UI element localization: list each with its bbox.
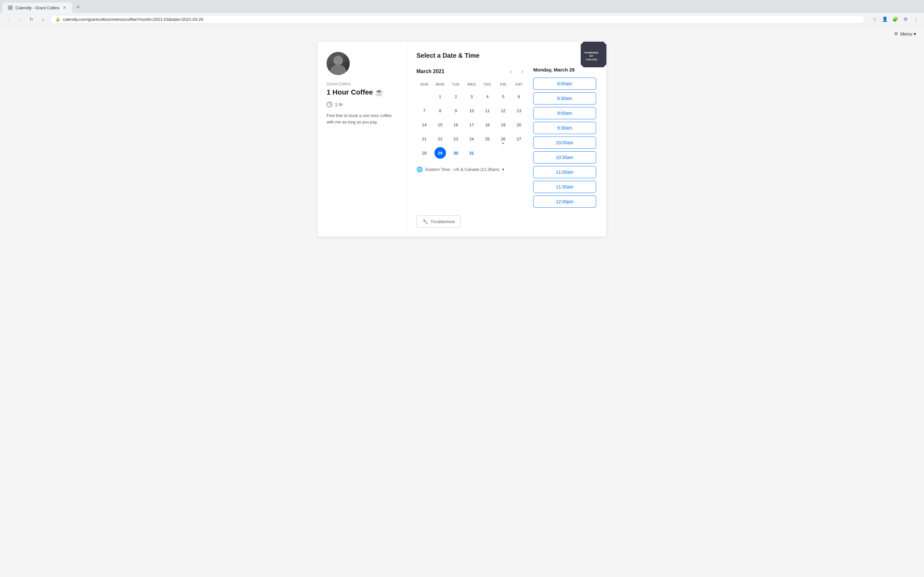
troubleshoot-label: Troubleshoot	[431, 219, 455, 224]
svg-rect-0	[8, 6, 12, 10]
day-header-mon: MON	[432, 82, 448, 89]
calendar-header: March 2021 ‹ ›	[417, 67, 527, 76]
tab-bar: Calendly - Grant Collins ✕ +	[0, 0, 924, 13]
time-date-label: Monday, March 29	[533, 67, 598, 73]
day-cell[interactable]: 10	[466, 105, 477, 116]
day-header-tue: TUE	[448, 82, 464, 89]
day-cell[interactable]: 16	[450, 119, 462, 131]
time-slot[interactable]: 10:30am	[533, 151, 596, 163]
url-text: calendly.com/grantcollins/onehourcoffee?…	[63, 17, 859, 22]
bookmark-button[interactable]: ☆	[870, 15, 879, 24]
day-cell[interactable]: 29	[435, 147, 446, 159]
tab-title: Calendly - Grant Collins	[15, 5, 59, 10]
avatar	[326, 52, 350, 75]
active-tab[interactable]: Calendly - Grant Collins ✕	[3, 3, 72, 13]
day-cell[interactable]: 24	[466, 133, 477, 145]
day-cell[interactable]: 7	[419, 105, 430, 116]
time-slot[interactable]: 11:30am	[533, 181, 596, 193]
day-header-wed: WED	[464, 82, 479, 89]
day-cell[interactable]: 2	[450, 91, 462, 102]
day-cell[interactable]: 6	[513, 91, 525, 102]
address-bar: ‹ › ↻ ⌂ 🔒 calendly.com/grantcollins/oneh…	[0, 13, 924, 26]
home-button[interactable]: ⌂	[39, 15, 47, 24]
day-cell[interactable]: 17	[466, 119, 477, 131]
forward-button[interactable]: ›	[15, 15, 24, 24]
troubleshoot-button[interactable]: 🔧 Troubleshoot	[417, 215, 461, 227]
prev-month-button[interactable]: ‹	[506, 67, 515, 76]
day-cell[interactable]: 11	[481, 105, 493, 116]
duration-row: 1 hr	[326, 102, 398, 107]
day-cell[interactable]: 18	[481, 119, 493, 131]
day-cell[interactable]: 27	[513, 133, 525, 145]
day-cell[interactable]: 25	[481, 133, 493, 145]
day-header-fri: FRI	[495, 82, 511, 89]
day-cell[interactable]: 9	[450, 105, 462, 116]
tab-favicon	[8, 5, 13, 10]
select-datetime-title: Select a Date & Time	[417, 52, 598, 59]
time-slot[interactable]: 10:00am	[533, 137, 596, 149]
new-tab-button[interactable]: +	[73, 3, 82, 11]
calendly-badge: POWEREDBYCalendly	[581, 42, 606, 67]
profile-icon[interactable]: 👤	[880, 15, 889, 24]
day-cell[interactable]: 13	[513, 105, 525, 116]
hamburger-icon: ≡	[895, 31, 898, 37]
day-cell[interactable]: 20	[513, 119, 525, 131]
calendly-badge-inner: POWEREDBYCalendly	[581, 42, 606, 67]
day-cell[interactable]: 19	[497, 119, 509, 131]
calendly-badge-text: POWEREDBYCalendly	[585, 52, 598, 61]
top-menu: ≡ Menu ▾	[0, 26, 924, 42]
day-cell[interactable]: 15	[435, 119, 446, 131]
browser-chrome: Calendly - Grant Collins ✕ + ‹ › ↻ ⌂ 🔒 c…	[0, 0, 924, 26]
day-cell[interactable]: 1	[435, 91, 446, 102]
day-cell[interactable]: 30	[450, 147, 462, 159]
description: Feel free to book a one hour coffee with…	[326, 113, 398, 125]
time-slot[interactable]: 9:30am	[533, 122, 596, 134]
right-panel: Select a Date & Time March 2021 ‹ › SUN	[407, 42, 606, 237]
calendar-time-row: March 2021 ‹ › SUN MON TUE WED	[417, 67, 598, 208]
time-section: Monday, March 29 8:00am8:30am9:00am9:30a…	[533, 67, 598, 208]
time-slot[interactable]: 8:30am	[533, 92, 596, 105]
time-slot[interactable]: 8:00am	[533, 77, 596, 90]
time-slot[interactable]: 9:00am	[533, 107, 596, 119]
time-slot[interactable]: 12:00pm	[533, 195, 596, 208]
day-cell[interactable]: 4	[481, 91, 493, 102]
day-cell[interactable]: 3	[466, 91, 477, 102]
left-panel: Grant Collins 1 Hour Coffee ☕ 1 hr Feel …	[318, 42, 407, 237]
duration-text: 1 hr	[335, 102, 342, 107]
extensions-icon[interactable]: ⚙	[901, 15, 910, 24]
day-header-sat: SAT	[511, 82, 527, 89]
day-cell[interactable]: 28	[419, 147, 430, 159]
day-cell[interactable]: 31	[466, 147, 477, 159]
day-cell[interactable]: 22	[435, 133, 446, 145]
puzzle-icon[interactable]: 🧩	[891, 15, 900, 24]
next-month-button[interactable]: ›	[518, 67, 527, 76]
day-cell[interactable]: 23	[450, 133, 462, 145]
time-slot[interactable]: 11:00am	[533, 166, 596, 178]
day-header-thu: THU	[480, 82, 495, 89]
day-cell[interactable]: 26	[497, 133, 509, 145]
event-title: 1 Hour Coffee ☕	[326, 88, 398, 97]
address-input[interactable]: 🔒 calendly.com/grantcollins/onehourcoffe…	[50, 15, 865, 24]
day-cell[interactable]: 12	[497, 105, 509, 116]
menu-button[interactable]: ⋮	[911, 15, 920, 24]
tab-close-button[interactable]: ✕	[62, 5, 67, 10]
menu-label[interactable]: Menu ▾	[900, 31, 916, 37]
browser-actions: ☆ 👤 🧩 ⚙ ⋮	[870, 15, 920, 24]
calendar-grid: SUN MON TUE WED THU FRI SAT 123	[417, 82, 527, 160]
day-cell[interactable]: 14	[419, 119, 430, 131]
timezone-text: Eastern Time - US & Canada (11:36am)	[425, 167, 499, 172]
day-cell[interactable]: 8	[435, 105, 446, 116]
globe-icon: 🌐	[417, 166, 423, 172]
back-button[interactable]: ‹	[4, 15, 13, 24]
main-card: POWEREDBYCalendly Grant Collins 1 Hour C…	[318, 42, 606, 237]
day-cell[interactable]: 21	[419, 133, 430, 145]
wrench-icon: 🔧	[423, 219, 428, 224]
month-label: March 2021	[417, 69, 504, 74]
day-cell[interactable]: 5	[497, 91, 509, 102]
lock-icon: 🔒	[55, 17, 60, 21]
timezone-row[interactable]: 🌐 Eastern Time - US & Canada (11:36am) ▾	[417, 166, 527, 172]
clock-icon	[326, 102, 333, 107]
avatar-image	[326, 52, 350, 75]
user-name: Grant Collins	[326, 81, 398, 86]
refresh-button[interactable]: ↻	[27, 15, 36, 24]
